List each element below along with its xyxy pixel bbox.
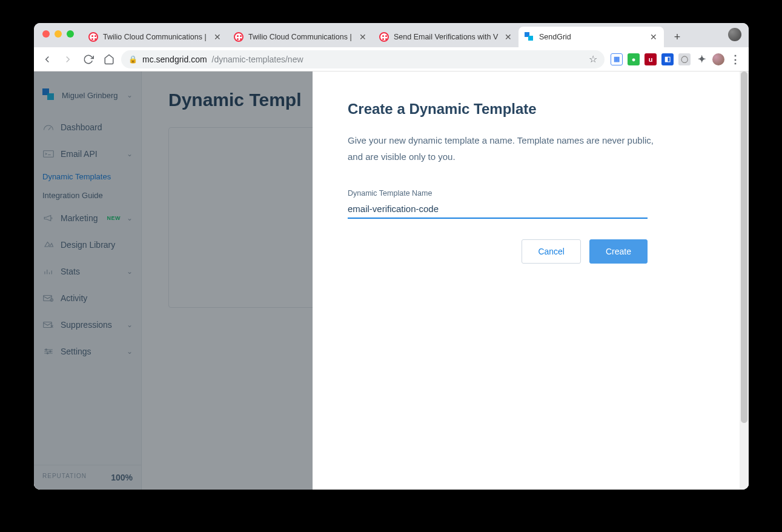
toolbar: 🔒 mc.sendgrid.com/dynamic-templates/new … xyxy=(34,47,749,71)
tab-title: Twilio Cloud Communications | xyxy=(103,33,208,41)
template-name-input[interactable] xyxy=(348,201,648,219)
profile-avatar[interactable] xyxy=(728,28,741,41)
forward-button[interactable] xyxy=(59,51,76,68)
tab-title: SendGrid xyxy=(539,33,644,41)
panel-actions: Cancel Create xyxy=(348,239,648,264)
template-name-label: Dynamic Template Name xyxy=(348,189,714,198)
home-button[interactable] xyxy=(101,51,118,68)
extensions-menu-icon[interactable]: ✦ xyxy=(695,53,707,65)
bookmark-icon[interactable]: ☆ xyxy=(589,53,597,65)
tab-twilio-1[interactable]: Twilio Cloud Communications | ✕ xyxy=(82,27,228,47)
create-template-panel: Create a Dynamic Template Give your new … xyxy=(313,71,749,490)
create-button[interactable]: Create xyxy=(589,239,648,264)
tab-title: Send Email Verifications with V xyxy=(394,33,499,41)
back-button[interactable] xyxy=(39,51,56,68)
window-controls xyxy=(42,30,74,38)
scrollbar-thumb[interactable] xyxy=(741,71,747,423)
tab-title: Twilio Cloud Communications | xyxy=(248,33,354,41)
extension-ublock-icon[interactable]: u xyxy=(644,53,657,65)
close-tab-icon[interactable]: ✕ xyxy=(359,33,367,41)
tabs: Twilio Cloud Communications | ✕ Twilio C… xyxy=(82,27,749,47)
twilio-icon xyxy=(379,32,389,42)
tab-sendgrid[interactable]: SendGrid ✕ xyxy=(519,27,664,47)
tab-twilio-3[interactable]: Send Email Verifications with V ✕ xyxy=(373,27,519,47)
extension-icon[interactable]: ◯ xyxy=(678,53,691,65)
extensions: ▦ ● u ◧ ◯ ✦ ⋮ xyxy=(608,53,744,65)
extension-icon[interactable]: ▦ xyxy=(611,53,623,65)
cancel-button[interactable]: Cancel xyxy=(522,239,581,264)
tab-twilio-2[interactable]: Twilio Cloud Communications | ✕ xyxy=(228,27,373,47)
user-avatar-icon[interactable] xyxy=(712,53,724,65)
close-tab-icon[interactable]: ✕ xyxy=(649,33,658,41)
minimize-window-button[interactable] xyxy=(55,30,62,38)
close-tab-icon[interactable]: ✕ xyxy=(504,33,512,41)
url-path: /dynamic-templates/new xyxy=(212,55,303,64)
kebab-menu-icon[interactable]: ⋮ xyxy=(729,53,741,65)
panel-description: Give your new dynamic template a name. T… xyxy=(348,132,663,165)
twilio-icon xyxy=(234,32,244,42)
sendgrid-icon xyxy=(525,32,534,42)
tab-strip: Twilio Cloud Communications | ✕ Twilio C… xyxy=(34,23,749,47)
viewport: Miguel Grinberg ⌄ Dashboard Email API ⌄ … xyxy=(34,71,749,490)
close-tab-icon[interactable]: ✕ xyxy=(213,33,222,41)
browser-window: Twilio Cloud Communications | ✕ Twilio C… xyxy=(34,23,749,490)
lock-icon: 🔒 xyxy=(128,55,138,64)
url-host: mc.sendgrid.com xyxy=(142,55,207,64)
extension-icon[interactable]: ● xyxy=(628,53,640,65)
vertical-scrollbar[interactable] xyxy=(740,71,749,490)
panel-title: Create a Dynamic Template xyxy=(348,101,714,118)
address-bar[interactable]: 🔒 mc.sendgrid.com/dynamic-templates/new … xyxy=(121,50,605,68)
twilio-icon xyxy=(88,32,98,42)
new-tab-button[interactable]: + xyxy=(669,28,686,45)
reload-button[interactable] xyxy=(80,51,97,68)
close-window-button[interactable] xyxy=(42,30,50,38)
extension-bitwarden-icon[interactable]: ◧ xyxy=(661,53,674,65)
maximize-window-button[interactable] xyxy=(67,30,74,38)
